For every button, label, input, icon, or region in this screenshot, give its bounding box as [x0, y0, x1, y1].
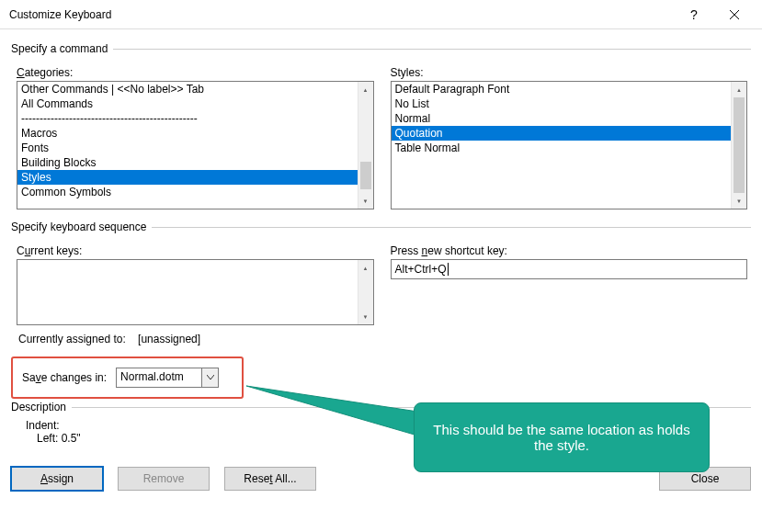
save-in-label: Save changes in: [22, 371, 107, 384]
style-item[interactable]: Default Paragraph Font [392, 82, 732, 96]
close-window-button[interactable] [714, 1, 755, 28]
scroll-down-icon[interactable]: ▼ [732, 193, 746, 209]
category-item[interactable]: Common Symbols [17, 185, 358, 199]
save-in-combobox[interactable]: Normal.dotm [116, 368, 219, 388]
new-shortcut-value: Alt+Ctrl+Q [395, 263, 447, 276]
style-item[interactable]: Table Normal [392, 141, 732, 155]
categories-listbox[interactable]: Other Commands | <<No label>> TabAll Com… [17, 81, 374, 209]
specify-command-legend: Specify a command [11, 42, 113, 55]
chevron-down-icon [207, 375, 214, 380]
scroll-down-icon[interactable]: ▼ [358, 193, 373, 209]
styles-listbox[interactable]: Default Paragraph FontNo ListNormalQuota… [391, 81, 748, 209]
window-title: Customize Keyboard [9, 8, 674, 21]
combobox-dropdown-button[interactable] [201, 368, 218, 387]
scroll-up-icon[interactable]: ▲ [358, 260, 373, 276]
category-item[interactable]: Other Commands | <<No label>> Tab [17, 82, 358, 96]
current-keys-listbox[interactable]: ▲ ▼ [17, 259, 374, 325]
currently-assigned-value: [unassigned] [138, 333, 200, 345]
category-item[interactable]: ----------------------------------------… [17, 111, 358, 126]
category-item[interactable]: Macros [17, 126, 358, 141]
current-keys-label: Current keys: [17, 244, 374, 257]
scroll-up-icon[interactable]: ▲ [732, 82, 746, 97]
styles-scrollbar[interactable]: ▲ ▼ [731, 82, 746, 209]
help-button[interactable]: ? [674, 1, 714, 28]
categories-label: Categories: [17, 66, 374, 79]
remove-button: Remove [118, 467, 210, 491]
annotation-text: This should be the same location as hold… [429, 422, 694, 453]
save-in-value: Normal.dotm [117, 368, 201, 387]
style-item[interactable]: No List [392, 96, 732, 111]
reset-all-button[interactable]: Reset All... [224, 467, 316, 491]
keyboard-sequence-legend: Specify keyboard sequence [11, 221, 152, 233]
scroll-up-icon[interactable]: ▲ [358, 82, 373, 97]
specify-command-group: Specify a command Categories: Other Comm… [11, 42, 751, 209]
description-legend: Description [11, 401, 72, 413]
styles-label: Styles: [391, 66, 748, 79]
category-item[interactable]: Fonts [17, 141, 358, 155]
text-caret [448, 263, 449, 276]
currently-assigned-row: Currently assigned to: [unassigned] [18, 333, 747, 345]
keyboard-sequence-group: Specify keyboard sequence Current keys: … [11, 221, 751, 345]
title-bar: Customize Keyboard ? [0, 0, 762, 29]
style-item[interactable]: Normal [392, 111, 732, 126]
category-item[interactable]: Building Blocks [17, 155, 358, 170]
new-shortcut-input[interactable]: Alt+Ctrl+Q [391, 259, 748, 279]
assign-button[interactable]: Assign [11, 467, 103, 491]
current-keys-scrollbar[interactable]: ▲ ▼ [358, 260, 373, 324]
scroll-down-icon[interactable]: ▼ [358, 309, 373, 324]
save-in-highlight: Save changes in: Normal.dotm [11, 357, 244, 399]
press-new-label: Press new shortcut key: [391, 244, 748, 257]
category-item[interactable]: All Commands [17, 96, 358, 111]
category-item[interactable]: Styles [17, 170, 358, 185]
currently-assigned-label: Currently assigned to: [18, 333, 126, 345]
style-item[interactable]: Quotation [392, 126, 732, 141]
categories-scrollbar[interactable]: ▲ ▼ [358, 82, 373, 209]
annotation-callout: This should be the same location as hold… [414, 402, 710, 472]
